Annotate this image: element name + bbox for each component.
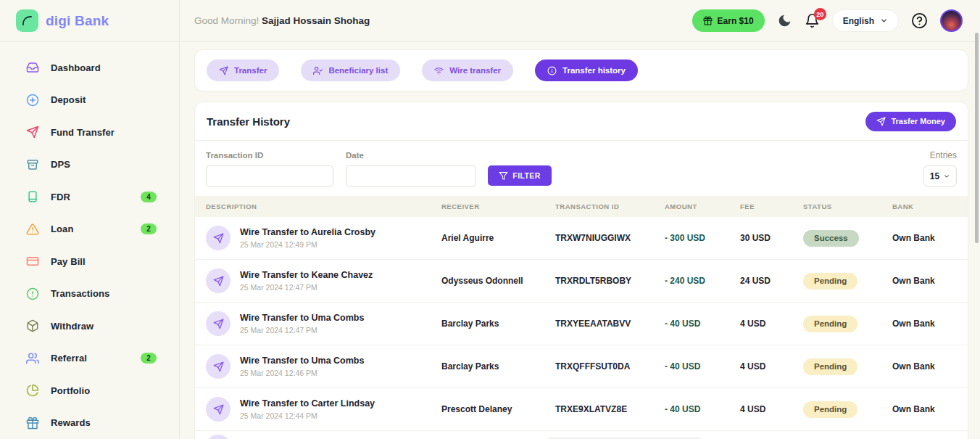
transfer-tabs-card: TransferBeneficiary listWire transferTra… — [194, 49, 968, 91]
table-row: Wire Transfer to Carter Lindsay25 Mar 20… — [195, 388, 968, 431]
sidebar-item-dps[interactable]: DPS — [0, 149, 179, 181]
sidebar-nav: DashboardDepositFund TransferDPSFDR4Loan… — [0, 42, 179, 439]
sidebar-item-label: Transactions — [51, 288, 109, 299]
tab-transfer[interactable]: Transfer — [207, 60, 279, 81]
transfer-money-button[interactable]: Trasfer Money — [865, 112, 956, 131]
column-header-transaction-id: TRANSACTION ID — [555, 202, 665, 210]
transaction-id-cell: TRXRDLT5RBOBY — [555, 276, 665, 286]
sidebar-item-label: Pay Bill — [51, 256, 86, 267]
dark-mode-toggle[interactable] — [777, 13, 792, 28]
tab-beneficiary-list[interactable]: Beneficiary list — [301, 60, 400, 81]
paper-plane-icon — [206, 268, 231, 293]
paper-plane-icon — [876, 117, 886, 126]
column-header-description: DESCRIPTION — [206, 202, 441, 210]
transfer-history-card: Transfer History Trasfer Money Transacti… — [194, 102, 968, 439]
sidebar-item-label: Portfolio — [51, 385, 90, 396]
transaction-id-cell: TRXQFFFSUT0DA — [555, 361, 665, 372]
help-button[interactable] — [911, 12, 928, 29]
sidebar-item-loan[interactable]: Loan2 — [0, 213, 179, 246]
users-icon — [26, 352, 39, 365]
notification-count-badge: 20 — [814, 8, 826, 20]
sidebar-item-pay-bill[interactable]: Pay Bill — [0, 245, 179, 278]
sidebar-item-label: FDR — [51, 192, 70, 202]
transfer-description: Wire Transfer to Aurelia Crosby — [240, 227, 375, 237]
funnel-icon — [499, 171, 508, 181]
sidebar-item-referral[interactable]: Referral2 — [0, 342, 179, 375]
earn-button[interactable]: Earn $10 — [692, 9, 765, 32]
pie-chart-icon — [26, 384, 39, 397]
paper-plane-icon — [206, 354, 231, 379]
bank-cell: Own Bank — [892, 319, 957, 329]
status-badge: Pending — [803, 316, 858, 332]
card-header: Transfer History Trasfer Money — [195, 102, 968, 141]
description-cell: Wire Transfer to Carter Lindsay25 Mar 20… — [206, 397, 441, 422]
brand-logo[interactable]: digi Bank — [0, 0, 179, 42]
transfer-description: Wire Transfer to Carter Lindsay — [240, 398, 375, 409]
tab-label: Beneficiary list — [328, 66, 388, 75]
table-row: Wire Transfer to Uma Combs25 Mar 2024 12… — [195, 303, 968, 345]
wifi-icon — [434, 66, 444, 75]
sidebar-item-fdr[interactable]: FDR4 — [0, 181, 179, 213]
amount-cell: - 40 USD — [665, 361, 740, 372]
main-content: TransferBeneficiary listWire transferTra… — [180, 42, 980, 439]
greeting: Good Morning! Sajjad Hossain Shohag — [194, 15, 370, 26]
transaction-id-input[interactable] — [206, 165, 333, 186]
filter-button[interactable]: FILTER — [488, 165, 552, 186]
receiver-cell: Odysseus Odonnell — [441, 276, 555, 286]
sidebar-item-fund-transfer[interactable]: Fund Transfer — [0, 116, 179, 149]
tab-wire-transfer[interactable]: Wire transfer — [422, 60, 513, 81]
bank-cell: Own Bank — [892, 361, 957, 372]
credit-card-icon — [26, 255, 39, 268]
page-scrollbar — [973, 0, 980, 439]
date-input[interactable] — [346, 165, 476, 186]
transfer-datetime: 25 Mar 2024 12:44 PM — [240, 411, 375, 420]
paper-plane-icon — [206, 311, 231, 336]
avatar[interactable] — [940, 9, 963, 32]
paper-plane-icon — [206, 226, 231, 250]
entries-select[interactable]: 15 — [923, 165, 957, 186]
amount-cell: - 240 USD — [665, 276, 740, 286]
table-row-partial — [195, 431, 968, 439]
amount-cell: - 40 USD — [665, 404, 740, 414]
sidebar-item-label: Withdraw — [51, 321, 94, 332]
entries-value: 15 — [930, 171, 939, 181]
page-scrollbar-thumb[interactable] — [975, 33, 979, 243]
tab-transfer-history[interactable]: Transfer history — [535, 60, 638, 81]
fee-cell: 30 USD — [740, 233, 803, 243]
status-badge: Success — [803, 230, 859, 247]
sidebar-item-portfolio[interactable]: Portfolio — [0, 374, 179, 407]
paper-plane-icon — [206, 397, 231, 422]
notifications-button[interactable]: 20 — [805, 13, 820, 28]
transfer-money-label: Trasfer Money — [891, 117, 945, 126]
paper-plane-icon — [219, 66, 228, 75]
sidebar-item-label: Dashboard — [51, 62, 101, 73]
archive-icon — [26, 158, 39, 171]
sidebar-item-transactions[interactable]: Transactions — [0, 278, 179, 311]
table-body: Wire Transfer to Aurelia Crosby25 Mar 20… — [195, 217, 968, 431]
date-label: Date — [346, 151, 476, 160]
alert-circle-icon — [26, 287, 39, 300]
date-field: Date — [346, 151, 476, 186]
sidebar-item-rewards[interactable]: Rewards — [0, 407, 179, 439]
help-circle-icon — [911, 12, 928, 29]
gift-icon — [703, 16, 713, 25]
sidebar-item-deposit[interactable]: Deposit — [0, 84, 179, 117]
content-column: Good Morning! Sajjad Hossain Shohag Earn… — [180, 0, 980, 439]
description-cell: Wire Transfer to Aurelia Crosby25 Mar 20… — [206, 226, 441, 250]
earn-button-label: Earn $10 — [718, 16, 754, 26]
page-title: Transfer History — [207, 115, 290, 128]
status-badge: Pending — [803, 401, 858, 418]
chevron-down-icon — [943, 173, 950, 180]
sidebar-item-withdraw[interactable]: Withdraw — [0, 310, 179, 342]
sidebar: digi Bank DashboardDepositFund TransferD… — [0, 0, 180, 439]
sidebar-item-label: Referral — [51, 353, 87, 364]
transaction-id-cell: TRXW7NIUGGIWX — [555, 233, 665, 243]
language-selector[interactable]: English — [832, 9, 899, 32]
fee-cell: 4 USD — [740, 404, 803, 414]
sidebar-item-dashboard[interactable]: Dashboard — [0, 52, 179, 84]
fee-cell: 4 USD — [740, 319, 803, 329]
entries-label: Entries — [930, 150, 957, 160]
description-cell: Wire Transfer to Uma Combs25 Mar 2024 12… — [206, 311, 441, 336]
receiver-cell: Ariel Aguirre — [441, 233, 555, 243]
table-row: Wire Transfer to Aurelia Crosby25 Mar 20… — [195, 217, 968, 260]
